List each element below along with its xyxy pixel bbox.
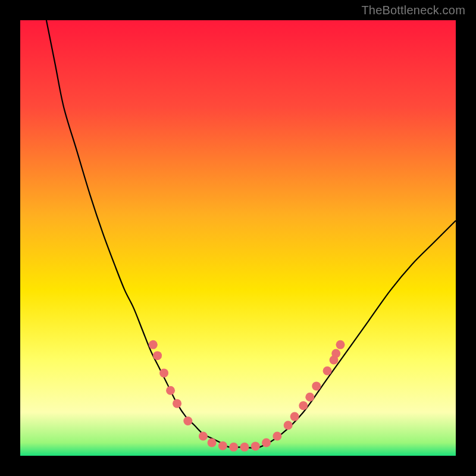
data-marker bbox=[173, 399, 181, 408]
data-marker bbox=[290, 412, 299, 421]
data-marker bbox=[199, 432, 208, 441]
data-marker bbox=[299, 401, 308, 410]
data-marker bbox=[251, 441, 260, 450]
data-marker bbox=[240, 443, 249, 452]
data-marker bbox=[284, 421, 293, 430]
data-marker bbox=[166, 386, 175, 395]
data-marker bbox=[336, 340, 345, 349]
data-marker bbox=[262, 439, 271, 447]
data-marker bbox=[159, 368, 168, 377]
data-marker bbox=[323, 367, 332, 375]
data-marker bbox=[208, 439, 217, 447]
data-marker bbox=[183, 416, 192, 425]
data-marker bbox=[331, 349, 340, 358]
data-marker bbox=[273, 432, 281, 441]
data-marker bbox=[229, 443, 238, 452]
data-marker bbox=[153, 351, 162, 360]
data-marker bbox=[218, 441, 227, 450]
plot-area bbox=[20, 20, 456, 456]
watermark-text: TheBottleneck.com bbox=[361, 4, 465, 17]
chart-background bbox=[20, 20, 456, 456]
chart-svg bbox=[20, 20, 456, 456]
data-marker bbox=[149, 340, 158, 349]
chart-frame: TheBottleneck.com bbox=[0, 0, 476, 476]
data-marker bbox=[305, 393, 314, 402]
data-marker bbox=[312, 381, 321, 390]
